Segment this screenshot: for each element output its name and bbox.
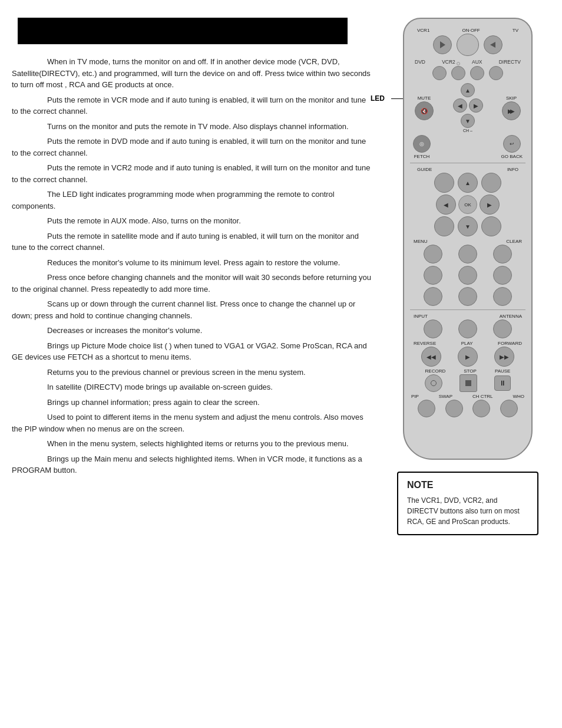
nav-up-button[interactable] — [458, 173, 478, 193]
paragraph-15: In satellite (DIRECTV) mode brings up av… — [12, 381, 373, 393]
nav-bottom-right-button[interactable] — [481, 216, 501, 236]
ch-ctrl-button[interactable] — [472, 400, 490, 417]
paragraph-3: Turns on the monitor and puts the remote… — [12, 121, 373, 133]
pip-button[interactable] — [418, 400, 435, 417]
paragraph-17: Used to point to different items in the … — [12, 411, 373, 434]
fetch-button[interactable]: ◎ — [413, 135, 431, 153]
note-text: The VCR1, DVD, VCR2, and DIRECTV buttons… — [407, 495, 528, 527]
reverse-label: REVERSE — [414, 341, 436, 346]
paragraph-6: The LED light indicates programming mode… — [12, 189, 373, 212]
paragraph-4: Puts the remote in DVD mode and if auto … — [12, 136, 373, 159]
record-label: RECORD — [425, 368, 446, 374]
header-bar — [18, 18, 348, 44]
who-button[interactable] — [500, 400, 518, 417]
row3-btn2[interactable] — [458, 287, 477, 306]
stop-button[interactable] — [459, 374, 477, 392]
swap-button[interactable] — [445, 400, 463, 417]
dvd-label-row: DVD VCR2 AUX DIRECTV — [410, 59, 525, 65]
nav-right-button[interactable] — [480, 195, 500, 215]
mute-label: MUTE — [418, 95, 431, 101]
menu-label: MENU — [414, 239, 428, 244]
dvd-button-row — [410, 66, 525, 80]
row2-btn2[interactable] — [458, 266, 477, 285]
paragraph-9: Reduces the monitor's volume to its mini… — [12, 257, 373, 269]
paragraph-10: Press once before changing channels and … — [12, 272, 373, 295]
vcr1-button[interactable] — [433, 35, 452, 54]
row1-btn2[interactable] — [458, 245, 477, 263]
page-container: When in TV mode, turns the monitor on an… — [0, 0, 562, 728]
vol-left-button[interactable] — [453, 98, 467, 113]
record-stop-pause-btn-row: ⏸ — [410, 374, 525, 392]
swap-label: SWAP — [439, 394, 452, 399]
nav-down-button[interactable] — [458, 216, 478, 236]
pip-label: PIP — [411, 394, 419, 399]
forward-button[interactable]: ▶▶ — [494, 347, 514, 367]
play-button[interactable]: ▶ — [458, 347, 478, 367]
info-button[interactable] — [481, 173, 501, 193]
row3-btn3[interactable] — [493, 287, 512, 306]
reverse-button[interactable]: ◀◀ — [421, 347, 441, 367]
on-off-button[interactable] — [457, 34, 479, 56]
clear-label: CLEAR — [506, 239, 522, 244]
guide-info-label-row: GUIDE INFO — [410, 167, 525, 172]
guide-text-label: GUIDE — [417, 167, 432, 172]
nav-left-button[interactable] — [436, 195, 456, 215]
vcr2-button[interactable] — [451, 66, 465, 80]
btn-row-2 — [410, 266, 525, 285]
go-back-label: GO BACK — [501, 154, 523, 159]
svg-marker-0 — [440, 41, 445, 48]
right-column: LED VCR1 ON·OFF TV — [385, 12, 550, 716]
skip-label: SKIP — [506, 95, 517, 101]
ch-cluster: CH – — [453, 83, 483, 133]
paragraph-16: Brings up channel information; press aga… — [12, 397, 373, 409]
go-back-button[interactable]: ↩ — [503, 135, 521, 153]
btn-row-3 — [410, 287, 525, 306]
vol-right-button[interactable] — [469, 98, 483, 113]
vcr1-label-row: VCR1 ON·OFF TV — [410, 28, 525, 33]
row3-btn1[interactable] — [424, 287, 442, 306]
row1-btn3[interactable] — [493, 245, 512, 263]
nav-cluster: OK — [410, 173, 525, 236]
play-label: PLAY — [461, 341, 473, 346]
vcr1-button-row — [410, 34, 525, 56]
input-label: INPUT — [414, 314, 428, 319]
who-label: WHO — [513, 394, 524, 399]
directv-button[interactable] — [489, 66, 503, 80]
ok-button[interactable]: OK — [458, 195, 477, 214]
paragraph-2: Puts the remote in VCR mode and if auto … — [12, 94, 373, 117]
dvd-button[interactable] — [432, 66, 447, 80]
ch-down-button[interactable] — [461, 114, 475, 128]
aux-button[interactable] — [470, 66, 484, 80]
stop-label: STOP — [464, 368, 477, 374]
vcr2-label: VCR2 — [442, 59, 455, 65]
skip-button[interactable] — [502, 101, 521, 120]
mute-button[interactable]: 🔇 — [415, 101, 434, 120]
paragraph-1: When in TV mode, turns the monitor on an… — [12, 56, 373, 91]
pause-button[interactable]: ⏸ — [494, 375, 511, 391]
paragraph-7: Puts the remote in AUX mode. Also, turns… — [12, 215, 373, 227]
reverse-forward-label-row: REVERSE PLAY FORWARD — [410, 341, 525, 346]
row2-btn3[interactable] — [493, 266, 512, 285]
fetch-goback-row: ◎ FETCH ↩ GO BACK — [410, 135, 525, 159]
remote-body: VCR1 ON·OFF TV DVD — [403, 18, 533, 460]
row1-btn1[interactable] — [424, 245, 442, 263]
guide-button[interactable] — [434, 173, 454, 193]
tv-button[interactable] — [484, 35, 503, 54]
aux-label: AUX — [472, 59, 482, 65]
ch-up-button[interactable] — [461, 83, 475, 97]
record-button[interactable] — [425, 374, 442, 392]
paragraph-5: Puts the remote in VCR2 mode and if auto… — [12, 162, 373, 185]
antenna-button[interactable] — [493, 319, 512, 338]
paragraph-13: Brings up Picture Mode choice list ( ) w… — [12, 340, 373, 363]
center-btn[interactable] — [458, 319, 477, 338]
input-button[interactable] — [424, 319, 442, 338]
menu-clear-label-row: MENU CLEAR — [410, 239, 525, 244]
paragraph-11: Scans up or down through the current cha… — [12, 298, 373, 321]
record-stop-pause-label-row: RECORD STOP PAUSE — [410, 368, 525, 374]
nav-bottom-left-button[interactable] — [434, 216, 454, 236]
row2-btn1[interactable] — [424, 266, 442, 285]
vcr1-label: VCR1 — [417, 28, 429, 33]
pause-label: PAUSE — [495, 368, 511, 374]
directv-label: DIRECTV — [499, 59, 521, 65]
fetch-label: FETCH — [414, 154, 430, 159]
